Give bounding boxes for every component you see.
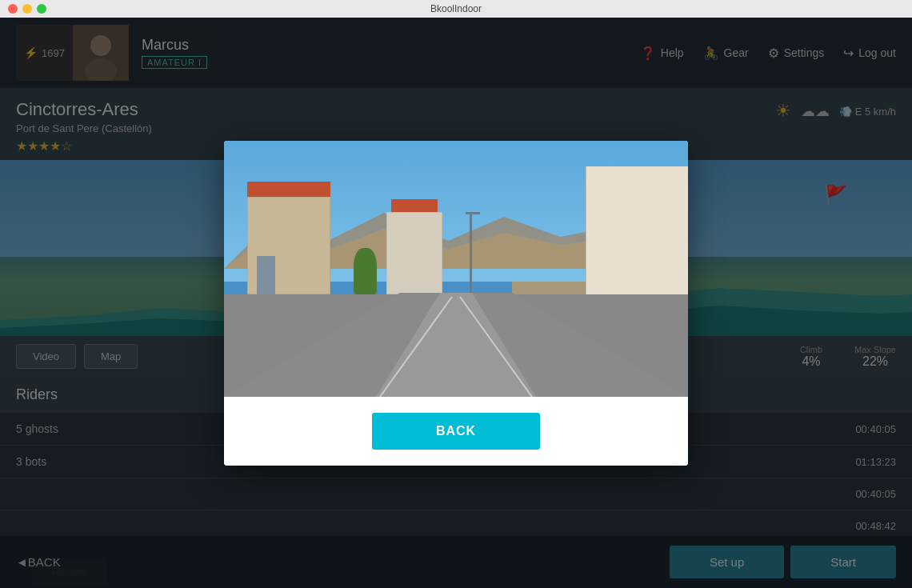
- road-scene: [224, 141, 688, 397]
- window-title: BkoolIndoor: [430, 3, 482, 14]
- modal: BACK: [224, 141, 688, 466]
- modal-footer: BACK: [224, 397, 688, 466]
- lamppost-arm: [466, 212, 480, 214]
- building-center-roof: [391, 199, 438, 212]
- maximize-button[interactable]: [37, 4, 46, 14]
- road-markings: [224, 293, 688, 397]
- modal-back-button[interactable]: BACK: [372, 413, 540, 450]
- modal-overlay: BACK: [0, 18, 912, 588]
- title-bar: BkoolIndoor: [0, 0, 912, 18]
- lamppost: [470, 212, 472, 294]
- modal-image: [224, 141, 688, 397]
- close-button[interactable]: [8, 4, 18, 14]
- window-controls: [8, 4, 46, 14]
- building-right: [586, 166, 688, 307]
- window-left: [257, 256, 275, 294]
- tree-left: [354, 248, 377, 294]
- app-container: ⚡ 1697 Marcus AMATEUR I: [0, 18, 912, 588]
- building-left-roof: [247, 182, 330, 197]
- building-center: [386, 212, 442, 294]
- minimize-button[interactable]: [22, 4, 32, 14]
